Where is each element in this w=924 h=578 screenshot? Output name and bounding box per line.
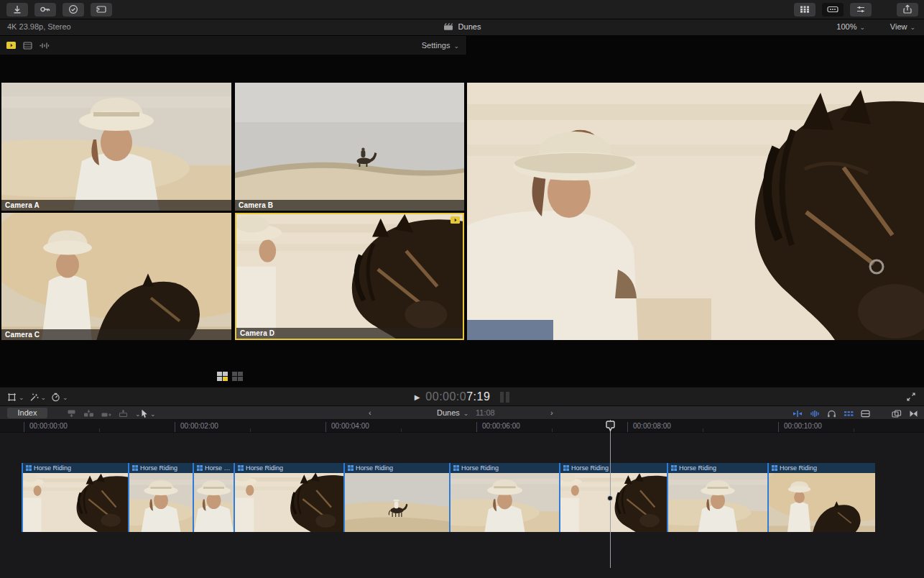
camera-c-label: Camera C xyxy=(1,329,231,340)
clip-title: Horse Riding xyxy=(461,464,499,472)
clip-title: Horse Riding xyxy=(140,464,177,472)
insert-edit-icon[interactable] xyxy=(83,409,94,418)
switch-video-icon[interactable] xyxy=(23,42,32,50)
ruler-label: 00:00:06:00 xyxy=(482,422,520,430)
timeline-back-button[interactable]: ‹ xyxy=(369,408,371,417)
clapperboard-icon xyxy=(443,22,453,31)
ruler-label: 00:00:08:00 xyxy=(633,422,671,430)
timeline-area[interactable]: 00:00:00:00 00:00:02:00 00:00:04:00 00:0… xyxy=(0,420,924,578)
angle-grid-4up-icon[interactable] xyxy=(217,372,228,381)
solo-headphones-icon[interactable] xyxy=(827,409,836,418)
chevron-down-icon[interactable]: ⌄ xyxy=(135,411,141,418)
chevron-down-icon: ⌄ xyxy=(150,411,156,418)
sliders-icon xyxy=(856,5,866,14)
multicam-clip-icon xyxy=(197,465,203,471)
camera-c-thumbnail xyxy=(1,213,231,340)
grid-view-icon xyxy=(800,5,810,14)
timeline-project-dropdown[interactable]: Dunes ⌄ xyxy=(437,408,468,417)
extensions-button[interactable] xyxy=(91,3,112,17)
select-tool-dropdown[interactable]: ⌄ xyxy=(141,406,156,421)
active-angle-badge-icon xyxy=(451,216,461,224)
timeline-clips: Horse Riding Horse Riding Horse Riding H… xyxy=(22,463,875,532)
angle-grid-alt-icon[interactable] xyxy=(232,372,243,381)
expand-viewer-icon[interactable] xyxy=(907,393,915,401)
clip-title: Horse Riding xyxy=(34,464,71,472)
audio-skimming-icon[interactable] xyxy=(810,410,820,418)
timeline-ruler[interactable]: 00:00:00:00 00:00:02:00 00:00:04:00 00:0… xyxy=(0,420,924,433)
append-edit-icon[interactable] xyxy=(101,409,111,418)
settings-label: Settings xyxy=(422,41,451,50)
top-toolbar xyxy=(0,0,924,19)
share-button[interactable] xyxy=(897,3,918,17)
angle-viewer-header: Settings ⌄ xyxy=(0,36,467,55)
chevron-down-icon: ⌄ xyxy=(463,410,469,417)
angle-camera-d[interactable]: Camera D xyxy=(235,213,464,340)
timeline-forward-button[interactable]: › xyxy=(550,408,553,417)
connect-edit-icon[interactable] xyxy=(66,409,77,418)
angle-camera-a[interactable]: Camera A xyxy=(1,83,231,211)
browser-view-button[interactable] xyxy=(794,3,816,17)
camera-a-thumbnail xyxy=(1,83,231,211)
clip-appearance-icon[interactable] xyxy=(861,410,870,418)
timeline-clip[interactable]: Horse Riding xyxy=(449,463,559,532)
timecode-dim: 00:00:0 xyxy=(425,390,466,403)
camera-d-thumbnail xyxy=(236,214,463,339)
multicam-clip-icon xyxy=(453,465,459,471)
filmstrip-view-icon xyxy=(827,5,838,14)
filmstrip-view-button[interactable] xyxy=(822,3,844,17)
effects-browser-icon[interactable] xyxy=(892,410,902,418)
key-icon xyxy=(40,5,51,14)
timecode-bright: 7:19 xyxy=(466,390,490,403)
clip-title: Horse Riding xyxy=(205,464,231,472)
camera-d-label: Camera D xyxy=(236,328,463,339)
camera-b-thumbnail xyxy=(235,83,464,211)
project-title[interactable]: Dunes xyxy=(0,22,924,31)
index-button[interactable]: Index xyxy=(7,408,47,418)
inspector-button[interactable] xyxy=(850,3,872,17)
play-button[interactable]: ▶ xyxy=(415,393,420,401)
background-tasks-button[interactable] xyxy=(63,3,84,17)
project-header-bar: 4K 23.98p, Stereo Dunes 100% ⌄ View ⌄ xyxy=(0,19,924,36)
timeline-clip[interactable]: Horse Riding xyxy=(559,463,667,532)
share-icon xyxy=(902,4,913,14)
timeline-clip[interactable]: Horse Riding xyxy=(767,463,875,532)
angle-camera-b[interactable]: Camera B xyxy=(235,83,464,211)
timeline-clip[interactable]: Horse Riding xyxy=(22,463,128,532)
angle-grid-toggles xyxy=(217,372,243,381)
chevron-down-icon: ⌄ xyxy=(859,24,865,31)
multicam-clip-icon xyxy=(238,465,244,471)
timeline-clip[interactable]: Horse Riding xyxy=(234,463,343,532)
angle-settings-dropdown[interactable]: Settings ⌄ xyxy=(422,41,459,50)
keyword-button[interactable] xyxy=(34,3,56,17)
view-dropdown[interactable]: View ⌄ xyxy=(890,22,915,31)
playhead-line[interactable] xyxy=(610,420,611,568)
timeline-clip[interactable]: Horse Riding xyxy=(343,463,449,532)
ruler-label: 00:00:04:00 xyxy=(331,422,369,430)
timeline-clip[interactable]: Horse Riding xyxy=(667,463,767,532)
check-circle-icon xyxy=(68,4,78,14)
cursor-icon xyxy=(141,409,148,418)
audio-meters-button[interactable] xyxy=(500,392,509,403)
playhead-handle[interactable] xyxy=(606,421,615,432)
multicam-clip-icon xyxy=(563,465,569,471)
switch-video-audio-icon[interactable] xyxy=(6,42,17,50)
timeline-clip[interactable]: Horse Riding xyxy=(193,463,234,532)
switch-audio-icon[interactable] xyxy=(39,42,50,50)
timeline-clip[interactable]: Horse Riding xyxy=(128,463,193,532)
main-viewer[interactable] xyxy=(467,83,924,340)
skimming-icon[interactable] xyxy=(793,410,803,418)
transitions-browser-icon[interactable] xyxy=(909,410,918,418)
zoom-level-dropdown[interactable]: 100% ⌄ xyxy=(836,22,865,31)
clip-title: Horse Riding xyxy=(356,464,393,472)
timeline-project-name: Dunes xyxy=(437,408,460,417)
import-icon xyxy=(12,4,22,14)
overwrite-edit-icon[interactable] xyxy=(118,409,129,418)
import-button[interactable] xyxy=(6,3,28,17)
playhead-ring xyxy=(607,495,613,501)
extension-icon xyxy=(96,5,107,14)
ruler-label: 00:00:02:00 xyxy=(180,422,218,430)
snapping-icon[interactable] xyxy=(844,410,854,418)
angle-camera-c[interactable]: Camera C xyxy=(1,213,231,340)
timeline-duration: 11:08 xyxy=(476,408,495,417)
camera-a-label: Camera A xyxy=(1,200,231,211)
